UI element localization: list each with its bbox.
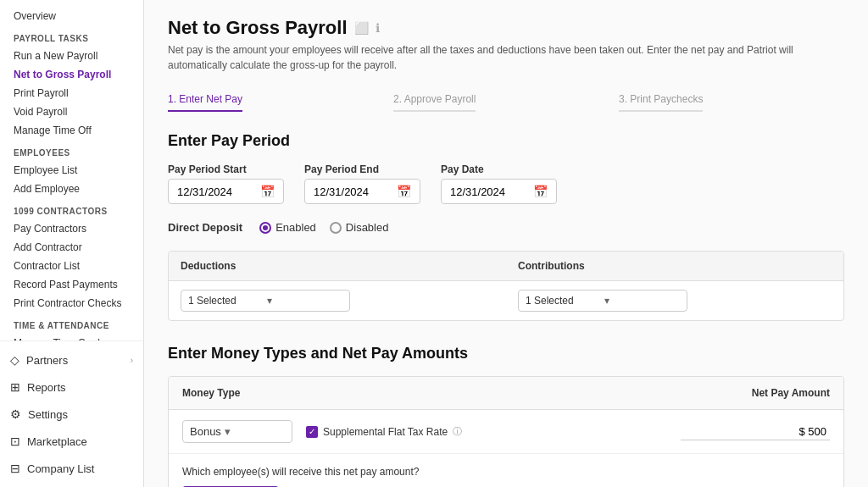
main-content: Net to Gross Payroll ⬜ ℹ Net pay is the … xyxy=(144,0,868,487)
video-icon[interactable]: ⬜ xyxy=(354,21,369,35)
page-header: Net to Gross Payroll ⬜ ℹ Net pay is the … xyxy=(168,17,844,73)
sidebar-item-company-list[interactable]: ⊟ Company List xyxy=(0,455,143,482)
supplemental-tax-info-icon[interactable]: ⓘ xyxy=(453,425,462,438)
employee-question-label: Which employee(s) will receive this net … xyxy=(182,466,830,478)
chevron-right-icon: › xyxy=(131,356,133,365)
sidebar-item-print-contractor-checks[interactable]: Print Contractor Checks xyxy=(0,294,143,313)
money-types-section-title: Enter Money Types and Net Pay Amounts xyxy=(168,345,844,362)
sidebar-item-employee-list[interactable]: Employee List xyxy=(0,161,143,180)
company-list-icon: ⊟ xyxy=(10,462,20,475)
pay-period-row: Pay Period Start 📅 Pay Period End 📅 Pay … xyxy=(168,163,844,204)
sidebar-item-print-payroll[interactable]: Print Payroll xyxy=(0,84,143,102)
marketplace-icon: ⊡ xyxy=(10,434,20,448)
pay-period-start-group: Pay Period Start 📅 xyxy=(168,163,284,204)
radio-enabled-label: Enabled xyxy=(275,221,316,234)
stepper-step-3: 3. Print Paychecks xyxy=(619,86,844,112)
net-pay-col-header: Net Pay Amount xyxy=(703,387,830,399)
sidebar-item-add-contractor[interactable]: Add Contractor xyxy=(0,238,143,257)
info-icon[interactable]: ℹ xyxy=(376,21,380,35)
direct-deposit-label: Direct Deposit xyxy=(168,221,242,234)
sidebar-item-manage-time-cards[interactable]: Manage Time Cards xyxy=(0,334,143,340)
deductions-select[interactable]: 1 Selected ▾ xyxy=(181,290,350,312)
sidebar-item-partners[interactable]: ◇ Partners › xyxy=(0,346,143,374)
pay-date-input[interactable] xyxy=(450,185,526,198)
direct-deposit-enabled[interactable]: Enabled xyxy=(259,221,316,234)
employee-selector-section: Which employee(s) will receive this net … xyxy=(169,454,843,487)
sidebar-section-time-attendance: TIME & ATTENDANCE xyxy=(0,313,143,334)
sidebar-item-pay-contractors[interactable]: Pay Contractors xyxy=(0,219,143,238)
pay-date-group: Pay Date 📅 xyxy=(441,163,557,204)
sidebar-section-contractors: 1099 CONTRACTORS xyxy=(0,198,143,219)
supplemental-tax-checkbox[interactable]: ✓ xyxy=(306,426,318,438)
deductions-contributions-table: Deductions Contributions 1 Selected ▾ 1 … xyxy=(168,251,844,321)
money-type-value: Bonus xyxy=(190,425,221,438)
deductions-select-wrap: 1 Selected ▾ xyxy=(169,281,506,320)
money-type-row: Bonus ▾ ✓ Supplemental Flat Tax Rate ⓘ xyxy=(169,410,843,454)
page-title: Net to Gross Payroll xyxy=(168,17,348,39)
contributions-select-wrap: 1 Selected ▾ xyxy=(506,281,843,320)
sidebar-item-reports[interactable]: ⊞ Reports xyxy=(0,374,143,401)
stepper-label-2: 2. Approve Payroll xyxy=(393,86,476,112)
deductions-selected-value: 1 Selected xyxy=(188,295,264,307)
contributions-header: Contributions xyxy=(506,252,843,280)
ded-cont-header: Deductions Contributions xyxy=(169,252,843,281)
stepper: 1. Enter Net Pay 2. Approve Payroll 3. P… xyxy=(168,86,844,112)
direct-deposit-radio-group: Enabled Disabled xyxy=(259,221,388,234)
contributions-select[interactable]: 1 Selected ▾ xyxy=(518,290,687,312)
stepper-label-1: 1. Enter Net Pay xyxy=(168,86,242,112)
direct-deposit-disabled[interactable]: Disabled xyxy=(330,221,389,234)
sidebar-item-marketplace[interactable]: ⊡ Marketplace xyxy=(0,428,143,455)
stepper-label-3: 3. Print Paychecks xyxy=(619,86,703,112)
sidebar-section-payroll-tasks: PAYROLL TASKS xyxy=(0,25,143,47)
company-list-label: Company List xyxy=(27,462,94,475)
partners-icon: ◇ xyxy=(10,353,19,367)
sidebar-item-settings[interactable]: ⚙ Settings xyxy=(0,401,143,428)
calendar-icon-end[interactable]: 📅 xyxy=(397,185,411,198)
net-pay-amount-input[interactable] xyxy=(681,423,830,440)
supplemental-tax-wrap[interactable]: ✓ Supplemental Flat Tax Rate ⓘ xyxy=(306,425,667,438)
sidebar-item-manage-time-off[interactable]: Manage Time Off xyxy=(0,121,143,140)
money-type-arrow: ▾ xyxy=(225,425,231,438)
marketplace-label: Marketplace xyxy=(27,435,87,448)
calendar-icon-start[interactable]: 📅 xyxy=(260,185,275,198)
radio-disabled-circle xyxy=(330,222,342,234)
sidebar-item-add-employee[interactable]: Add Employee xyxy=(0,180,143,198)
pay-date-input-wrap[interactable]: 📅 xyxy=(441,179,557,204)
pay-period-end-group: Pay Period End 📅 xyxy=(304,163,420,204)
settings-icon: ⚙ xyxy=(10,407,21,421)
supplemental-tax-label: Supplemental Flat Tax Rate xyxy=(323,426,448,438)
reports-icon: ⊞ xyxy=(10,380,20,394)
sidebar-item-net-to-gross[interactable]: Net to Gross Payroll xyxy=(0,65,143,84)
deductions-dropdown-arrow: ▾ xyxy=(267,295,342,307)
deductions-header: Deductions xyxy=(169,252,506,280)
money-type-col-header: Money Type xyxy=(182,387,442,399)
pay-period-start-input[interactable] xyxy=(177,185,253,198)
ded-cont-body: 1 Selected ▾ 1 Selected ▾ xyxy=(169,281,843,320)
pay-period-start-label: Pay Period Start xyxy=(168,163,284,175)
pay-period-end-input-wrap[interactable]: 📅 xyxy=(304,179,420,204)
sidebar-item-overview[interactable]: Overview xyxy=(0,7,143,25)
stepper-step-2: 2. Approve Payroll xyxy=(393,86,619,112)
money-types-header: Money Type Net Pay Amount xyxy=(169,377,843,410)
contributions-selected-value: 1 Selected xyxy=(526,295,601,307)
sidebar-item-void-payroll[interactable]: Void Payroll xyxy=(0,102,143,121)
pay-date-label: Pay Date xyxy=(441,163,557,175)
calendar-icon-date[interactable]: 📅 xyxy=(533,185,548,198)
radio-disabled-label: Disabled xyxy=(346,221,389,234)
contributions-dropdown-arrow: ▾ xyxy=(604,295,680,307)
settings-label: Settings xyxy=(28,408,68,421)
pay-period-end-label: Pay Period End xyxy=(304,163,420,175)
pay-period-end-input[interactable] xyxy=(314,185,390,198)
money-types-table: Money Type Net Pay Amount Bonus ▾ ✓ Supp… xyxy=(168,376,844,487)
pay-period-section-title: Enter Pay Period xyxy=(168,132,844,150)
page-subtitle: Net pay is the amount your employees wil… xyxy=(168,42,844,73)
sidebar-section-employees: EMPLOYEES xyxy=(0,140,143,161)
pay-period-start-input-wrap[interactable]: 📅 xyxy=(168,179,284,204)
money-type-select[interactable]: Bonus ▾ xyxy=(182,420,292,443)
reports-label: Reports xyxy=(27,381,66,394)
partners-label: Partners xyxy=(26,354,68,367)
sidebar-item-record-past-payments[interactable]: Record Past Payments xyxy=(0,275,143,294)
stepper-step-1: 1. Enter Net Pay xyxy=(168,86,393,112)
sidebar-item-contractor-list[interactable]: Contractor List xyxy=(0,257,143,275)
sidebar-item-run-payroll[interactable]: Run a New Payroll xyxy=(0,47,143,65)
